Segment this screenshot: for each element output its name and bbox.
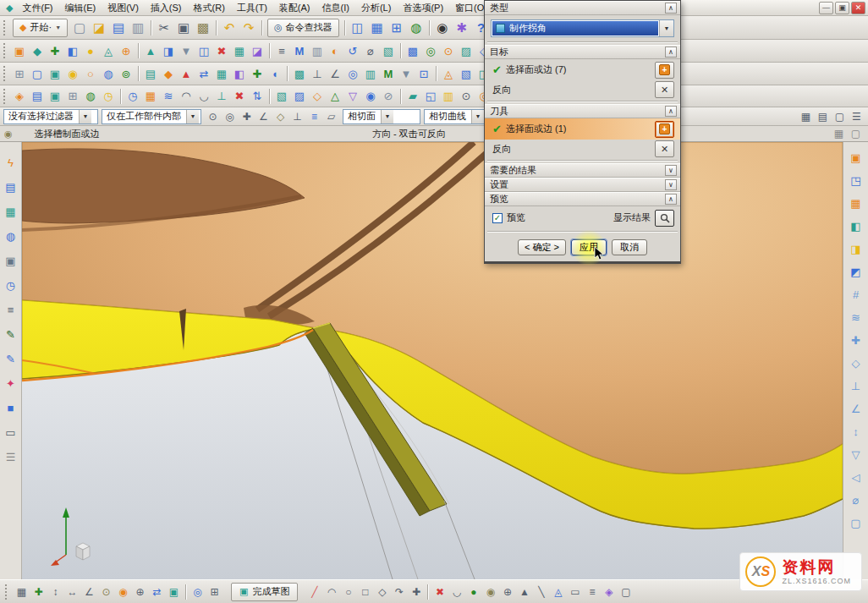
collapse-arrow-icon[interactable]: ∨ xyxy=(665,165,677,176)
delete-tool-icon[interactable]: ✖ xyxy=(431,584,448,600)
face-rule-dropdown[interactable]: 相切面 ▼ xyxy=(343,109,420,124)
menu-item[interactable]: 首选项(P) xyxy=(397,0,449,16)
cancel-button[interactable]: 取消 xyxy=(612,239,647,255)
grid-icon[interactable]: ⊞ xyxy=(11,65,28,82)
diamond-tool-icon[interactable]: ◇ xyxy=(848,354,865,371)
perp2-icon[interactable]: ⊥ xyxy=(213,88,230,105)
render-globe-icon[interactable]: ◍ xyxy=(3,227,19,244)
face2-icon[interactable]: ▰ xyxy=(404,88,421,105)
menu-item[interactable]: 编辑(E) xyxy=(59,0,102,16)
sketch-pen-icon[interactable]: ✎ xyxy=(3,350,19,367)
cone-icon[interactable]: ◬ xyxy=(440,65,457,82)
clock-icon[interactable]: ◷ xyxy=(100,88,117,105)
snap-ring-icon[interactable]: ◎ xyxy=(190,584,206,600)
gem-icon[interactable]: ◆ xyxy=(160,65,177,82)
add-tool-icon[interactable]: ✚ xyxy=(848,332,865,348)
shaded-icon[interactable]: ◍ xyxy=(100,65,117,82)
snap-solid-icon[interactable]: ▣ xyxy=(166,584,182,600)
annotate-pen-icon[interactable]: ✎ xyxy=(3,326,19,343)
section-settings[interactable]: 设置 ∨ xyxy=(485,178,680,192)
menu-item[interactable]: 装配(A) xyxy=(273,0,316,16)
quad2-icon[interactable]: ◱ xyxy=(422,88,439,105)
snap-angle-icon[interactable]: ∠ xyxy=(255,108,272,124)
menu-item[interactable]: 格式(R) xyxy=(188,0,231,16)
collapse-arrow-icon[interactable]: ∧ xyxy=(665,47,677,58)
mirror-face-icon[interactable]: ◩ xyxy=(848,263,865,280)
diamond-icon[interactable]: ◈ xyxy=(11,88,28,105)
bullseye-icon[interactable]: ◎ xyxy=(344,65,361,82)
target-icon[interactable]: ◉ xyxy=(64,65,81,82)
cone-tool-icon[interactable]: ◬ xyxy=(550,584,566,600)
mirror-icon[interactable]: ◪ xyxy=(249,42,266,59)
frame-tool2-icon[interactable]: ▢ xyxy=(618,584,634,600)
arc-tool-icon[interactable]: ◠ xyxy=(323,584,339,600)
menu-snap-icon[interactable]: ☰ xyxy=(849,108,865,124)
apply-button[interactable]: 应用 xyxy=(571,239,607,255)
move-face-icon[interactable]: ◧ xyxy=(848,217,865,234)
hash-icon[interactable]: # xyxy=(848,286,865,303)
layer-stack-icon[interactable]: ▦ xyxy=(3,203,19,220)
perp-tool-icon[interactable]: ⊥ xyxy=(848,377,865,394)
target-select-button[interactable]: + xyxy=(655,62,674,79)
snap-swap-icon[interactable]: ⇄ xyxy=(149,584,165,600)
menu-item[interactable]: 文件(F) xyxy=(16,0,58,16)
circle-tool-icon[interactable]: ○ xyxy=(340,584,356,600)
circle-icon[interactable]: ○ xyxy=(82,65,99,82)
snap-intersect-icon[interactable]: ✚ xyxy=(239,108,255,124)
rows2-icon[interactable]: ▥ xyxy=(440,88,457,105)
open-folder-icon[interactable]: ◪ xyxy=(90,19,108,37)
no-icon[interactable]: ⊘ xyxy=(380,88,397,105)
offset-icon[interactable]: ▼ xyxy=(178,42,195,59)
scope-filter-dropdown[interactable]: 仅在工作部件内部 ▼ xyxy=(102,109,201,124)
save-icon[interactable]: ▤ xyxy=(109,19,128,37)
snap-point-icon[interactable]: ⊙ xyxy=(205,108,221,124)
angle-tool-icon[interactable]: ∠ xyxy=(848,400,865,417)
corner-type-dropdown[interactable]: 制作拐角 ▼ xyxy=(491,19,674,37)
add-icon[interactable]: ✚ xyxy=(249,65,266,82)
blend-icon[interactable]: ◐ xyxy=(327,42,343,59)
shade4-icon[interactable]: ▨ xyxy=(291,88,308,105)
grid-snap-icon[interactable]: ▦ xyxy=(798,108,814,124)
toolbar-grip[interactable] xyxy=(3,66,7,81)
snap-ang-icon[interactable]: ∠ xyxy=(81,584,97,600)
snap-frame-icon[interactable]: ⊞ xyxy=(206,584,222,600)
unite-icon[interactable]: ⊕ xyxy=(118,42,135,59)
target-tool-icon[interactable]: ◉ xyxy=(482,584,498,600)
shade2-icon[interactable]: ▧ xyxy=(458,65,475,82)
section-tool[interactable]: 刀具 ∧ xyxy=(485,104,680,118)
toolbar-grip[interactable] xyxy=(5,584,8,600)
gem2-icon[interactable]: ◇ xyxy=(309,88,326,105)
toolbar-grip[interactable] xyxy=(3,89,7,104)
restore-button[interactable]: ▣ xyxy=(835,2,849,14)
surface-icon[interactable]: ▧ xyxy=(380,42,397,59)
delete-icon[interactable]: ✖ xyxy=(213,42,230,59)
fill-icon[interactable]: ▩ xyxy=(291,65,308,82)
point2-icon[interactable]: ⊙ xyxy=(458,88,475,105)
revolve-icon[interactable]: ◧ xyxy=(64,42,81,59)
blank-toggle-icon[interactable]: ▢ xyxy=(848,126,864,142)
tri-down-icon[interactable]: ▽ xyxy=(344,88,361,105)
menu-item[interactable]: 工具(T) xyxy=(231,0,273,16)
finish-sketch-button[interactable]: ▣ 完成草图 xyxy=(231,583,298,601)
window-layout-icon[interactable]: ◫ xyxy=(349,19,367,37)
sketch-icon[interactable]: ◆ xyxy=(29,42,46,59)
perp-icon[interactable]: ⊥ xyxy=(309,65,326,82)
boss-icon[interactable]: ◬ xyxy=(100,42,117,59)
section-preview[interactable]: 预览 ∧ xyxy=(485,192,680,206)
tri-tool-icon[interactable]: ▽ xyxy=(848,446,865,463)
paste-icon[interactable]: ▩ xyxy=(194,19,212,37)
grid-toggle-icon[interactable]: ▦ xyxy=(831,126,847,142)
arc-up-icon[interactable]: ◠ xyxy=(178,88,195,105)
snap-perp-icon[interactable]: ⊥ xyxy=(289,108,305,124)
vertical-tool-icon[interactable]: ↕ xyxy=(848,423,865,440)
toolbar-grip[interactable] xyxy=(3,20,7,36)
fit-view-icon[interactable]: ▤ xyxy=(3,178,19,195)
trim-icon[interactable]: ▲ xyxy=(142,42,159,59)
undo-icon[interactable]: ↶ xyxy=(220,19,239,37)
shade3-icon[interactable]: ▧ xyxy=(273,88,290,105)
start-button[interactable]: ◆ 开始· ▼ xyxy=(13,19,68,37)
collapse-arrow-icon[interactable]: ∨ xyxy=(665,179,677,190)
monitor-icon[interactable]: ▭ xyxy=(3,424,19,441)
collapse-arrow-icon[interactable]: ∧ xyxy=(665,3,677,14)
section-target[interactable]: 目标 ∧ xyxy=(485,45,680,59)
